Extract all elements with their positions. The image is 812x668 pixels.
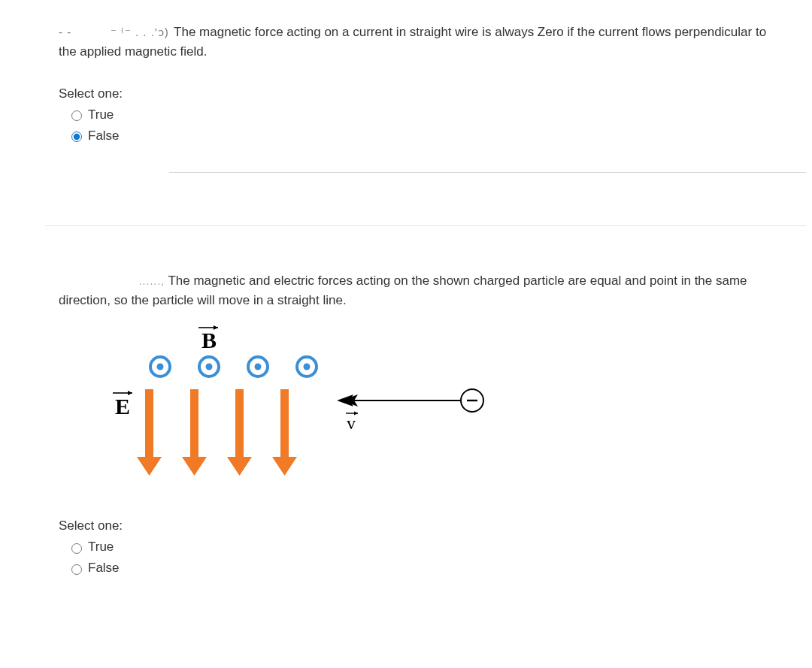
svg-point-5 bbox=[255, 364, 262, 370]
svg-point-3 bbox=[206, 364, 213, 370]
question-1: - - ⁻ ⁽⁻ . . .'ɔ) The magnetic force act… bbox=[0, 8, 812, 172]
v-vector-arrowhead bbox=[354, 412, 358, 416]
page: - - ⁻ ⁽⁻ . . .'ɔ) The magnetic force act… bbox=[0, 0, 812, 634]
question-1-text: - - ⁻ ⁽⁻ . . .'ɔ) The magnetic force act… bbox=[59, 23, 774, 62]
physics-figure: B E bbox=[74, 325, 774, 494]
q1-label-true: True bbox=[88, 107, 114, 122]
q1-mid-fragment: ⁻ ⁽⁻ . . .'ɔ) bbox=[111, 26, 169, 38]
svg-rect-14 bbox=[280, 389, 289, 461]
q2-select-label: Select one: bbox=[59, 518, 774, 533]
q1-option-false[interactable]: False bbox=[68, 128, 774, 144]
question-2: ......, The magnetic and electric forces… bbox=[0, 256, 812, 605]
q2-radio-false[interactable] bbox=[71, 564, 82, 575]
e-field-arrows bbox=[137, 389, 297, 476]
svg-point-7 bbox=[304, 364, 311, 370]
divider-wrap bbox=[0, 172, 812, 173]
svg-marker-11 bbox=[182, 457, 207, 476]
b-label: B bbox=[201, 328, 217, 352]
v-label: v bbox=[347, 413, 356, 433]
q1-option-true[interactable]: True bbox=[68, 107, 774, 122]
q2-prefix-fragment: ......, bbox=[139, 275, 165, 287]
svg-marker-9 bbox=[137, 457, 162, 476]
svg-point-1 bbox=[157, 364, 164, 370]
q1-label-false: False bbox=[88, 128, 120, 144]
svg-rect-10 bbox=[190, 389, 198, 461]
svg-rect-8 bbox=[145, 389, 153, 461]
figure-svg: B E bbox=[74, 325, 495, 491]
q2-option-false[interactable]: False bbox=[68, 561, 774, 576]
q2-label-true: True bbox=[88, 540, 114, 555]
q2-option-true[interactable]: True bbox=[68, 540, 774, 555]
question-divider bbox=[169, 172, 806, 173]
e-label: E bbox=[115, 394, 130, 419]
q2-label-false: False bbox=[88, 561, 120, 576]
svg-marker-15 bbox=[272, 457, 297, 476]
b-field-dots bbox=[150, 357, 317, 376]
velocity-arrow bbox=[337, 394, 461, 407]
q2-radio-true[interactable] bbox=[71, 543, 82, 554]
charged-particle bbox=[461, 389, 483, 412]
q1-prefix-fragment: - - bbox=[59, 26, 71, 38]
svg-marker-13 bbox=[227, 457, 252, 476]
q1-radio-true[interactable] bbox=[71, 110, 82, 121]
question-2-text: ......, The magnetic and electric forces… bbox=[59, 271, 774, 311]
q1-select-label: Select one: bbox=[59, 86, 774, 101]
svg-rect-12 bbox=[235, 389, 244, 461]
outer-divider bbox=[45, 225, 806, 226]
q1-radio-false[interactable] bbox=[71, 131, 82, 142]
